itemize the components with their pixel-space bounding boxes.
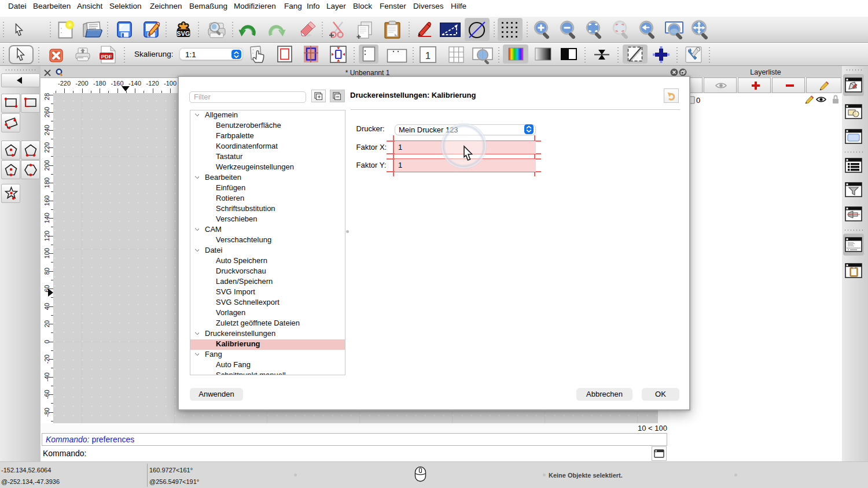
svg-text:SVG: SVG [176,30,190,37]
svg-text:1: 1 [425,50,431,61]
svg-text:PDF: PDF [101,53,112,60]
